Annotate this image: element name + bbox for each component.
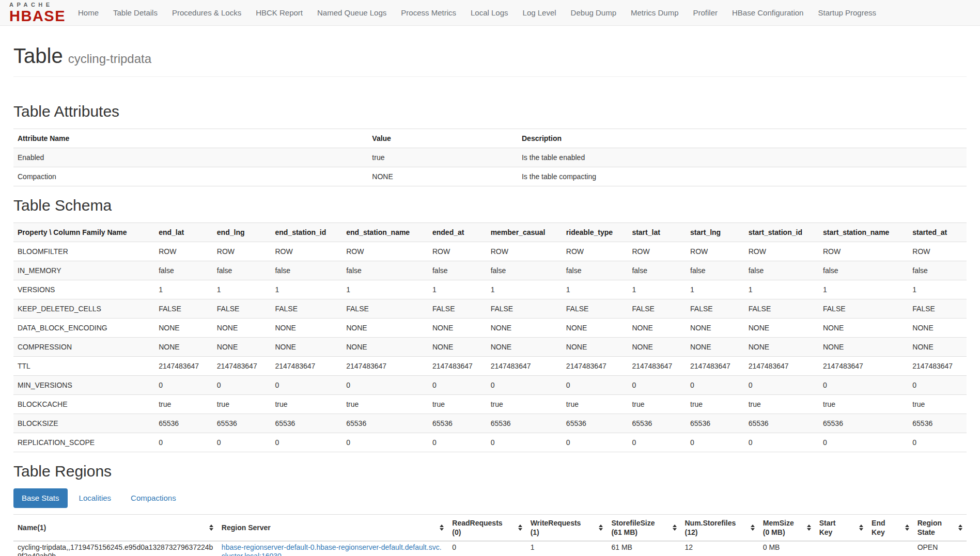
region-name-cell: cycling-tripdata,,1719475156245.e95d0a13… <box>13 541 217 556</box>
navbar-link-home[interactable]: Home <box>71 1 106 25</box>
schema-value-cell: 1 <box>271 280 342 299</box>
schema-family-header-cell: start_lat <box>628 223 686 242</box>
navbar-item: HBCK Report <box>248 1 310 25</box>
attributes-cell: NONE <box>368 167 518 186</box>
schema-value-cell: ROW <box>686 242 744 261</box>
region-row: cycling-tripdata,,1719475156245.e95d0a13… <box>13 541 967 556</box>
schema-value-cell: 65536 <box>154 414 213 433</box>
sort-icon[interactable] <box>209 525 213 531</box>
navbar-link-profiler[interactable]: Profiler <box>686 1 725 25</box>
sort-icon[interactable] <box>599 525 603 531</box>
schema-value-cell: 0 <box>213 433 271 452</box>
sort-up-arrow <box>807 525 811 527</box>
regions-column-header[interactable]: MemSize (0 MB) <box>759 514 815 541</box>
schema-value-cell: 0 <box>428 375 487 394</box>
schema-value-cell: 65536 <box>271 414 342 433</box>
sort-up-arrow <box>859 525 863 527</box>
navbar-link-named-queue-logs[interactable]: Named Queue Logs <box>310 1 394 25</box>
regions-column-header[interactable]: Region State <box>913 514 967 541</box>
sort-down-arrow <box>440 528 444 531</box>
regions-column-header[interactable]: Num.Storefiles (12) <box>681 514 759 541</box>
schema-value-cell: FALSE <box>428 299 487 318</box>
schema-value-cell: true <box>342 394 428 414</box>
sort-icon[interactable] <box>807 525 811 531</box>
regions-column-header[interactable]: Name(1) <box>13 514 217 541</box>
schema-value-cell: ROW <box>213 242 271 261</box>
schema-family-header-cell: end_station_id <box>271 223 342 242</box>
schema-value-cell: 1 <box>213 280 271 299</box>
sort-icon[interactable] <box>859 525 863 531</box>
sort-icon[interactable] <box>958 525 962 531</box>
schema-value-cell: true <box>562 394 628 414</box>
navbar-link-metrics-dump[interactable]: Metrics Dump <box>624 1 686 25</box>
schema-row: BLOCKCACHEtruetruetruetruetruetruetruetr… <box>13 394 967 414</box>
schema-value-cell: FALSE <box>819 299 908 318</box>
schema-value-cell: 0 <box>154 375 213 394</box>
sort-icon[interactable] <box>440 525 444 531</box>
navbar-link-process-metrics[interactable]: Process Metrics <box>394 1 463 25</box>
schema-row: TTL2147483647214748364721474836472147483… <box>13 356 967 375</box>
regions-column-header[interactable]: End Key <box>867 514 913 541</box>
navbar-link-hbck-report[interactable]: HBCK Report <box>248 1 310 25</box>
navbar-link-table-details[interactable]: Table Details <box>106 1 165 25</box>
schema-family-header-cell: end_lat <box>154 223 213 242</box>
schema-value-cell: FALSE <box>487 299 562 318</box>
schema-value-cell: NONE <box>271 318 342 337</box>
schema-value-cell: 65536 <box>908 414 967 433</box>
schema-value-cell: NONE <box>428 337 487 356</box>
start-key-cell <box>815 541 867 556</box>
schema-family-header-cell: start_station_id <box>744 223 819 242</box>
schema-value-cell: ROW <box>628 242 686 261</box>
schema-value-cell: 2147483647 <box>154 356 213 375</box>
schema-value-cell: false <box>562 261 628 280</box>
navbar-link-startup-progress[interactable]: Startup Progress <box>811 1 883 25</box>
schema-header-row: Property \ Column Family Nameend_latend_… <box>13 223 967 242</box>
table-name: cycling-tripdata <box>68 52 151 66</box>
hbase-logo[interactable]: APACHE HBASE <box>9 2 66 24</box>
regions-column-header[interactable]: Region Server <box>217 514 448 541</box>
schema-value-cell: 0 <box>628 375 686 394</box>
regions-column-header[interactable]: Start Key <box>815 514 867 541</box>
schema-value-cell: NONE <box>819 337 908 356</box>
schema-value-cell: 1 <box>562 280 628 299</box>
schema-value-cell: 65536 <box>686 414 744 433</box>
navbar-link-debug-dump[interactable]: Debug Dump <box>564 1 624 25</box>
navbar-link-local-logs[interactable]: Local Logs <box>463 1 516 25</box>
schema-row: VERSIONS111111111111 <box>13 280 967 299</box>
regions-tab-localities[interactable]: Localities <box>71 488 120 508</box>
regions-tab-compactions[interactable]: Compactions <box>122 488 184 508</box>
sort-up-arrow <box>440 525 444 527</box>
schema-value-cell: NONE <box>628 337 686 356</box>
schema-value-cell: 0 <box>213 375 271 394</box>
page-title-text: Table <box>13 44 63 67</box>
schema-value-cell: 0 <box>908 375 967 394</box>
schema-value-cell: 0 <box>686 433 744 452</box>
navbar-link-hbase-configuration[interactable]: HBase Configuration <box>725 1 811 25</box>
read-requests-cell: 0 <box>448 541 526 556</box>
navbar-item: Startup Progress <box>811 1 883 25</box>
regions-column-label: Region Server <box>222 523 271 532</box>
schema-value-cell: FALSE <box>154 299 213 318</box>
schema-row: BLOCKSIZE6553665536655366553665536655366… <box>13 414 967 433</box>
sort-down-arrow <box>807 528 811 531</box>
regions-column-header[interactable]: WriteRequests (1) <box>526 514 608 541</box>
schema-value-cell: false <box>686 261 744 280</box>
schema-value-cell: ROW <box>819 242 908 261</box>
navbar-link-procedures-locks[interactable]: Procedures & Locks <box>165 1 248 25</box>
region-server-link[interactable]: hbase-regionserver-default-0.hbase-regio… <box>222 543 442 556</box>
schema-value-cell: false <box>487 261 562 280</box>
sort-icon[interactable] <box>751 525 755 531</box>
regions-column-header[interactable]: ReadRequests (0) <box>448 514 526 541</box>
schema-value-cell: 0 <box>154 433 213 452</box>
sort-icon[interactable] <box>673 525 677 531</box>
sort-icon[interactable] <box>905 525 909 531</box>
schema-value-cell: true <box>271 394 342 414</box>
regions-tab-base-stats[interactable]: Base Stats <box>13 488 68 508</box>
sort-icon[interactable] <box>518 525 522 531</box>
navbar-item: Named Queue Logs <box>310 1 394 25</box>
regions-column-label: MemSize (0 MB) <box>763 518 794 537</box>
regions-column-header[interactable]: StorefileSize (61 MB) <box>607 514 680 541</box>
navbar-item: Metrics Dump <box>624 1 686 25</box>
navbar-link-log-level[interactable]: Log Level <box>516 1 564 25</box>
attributes-cell: true <box>368 148 518 167</box>
